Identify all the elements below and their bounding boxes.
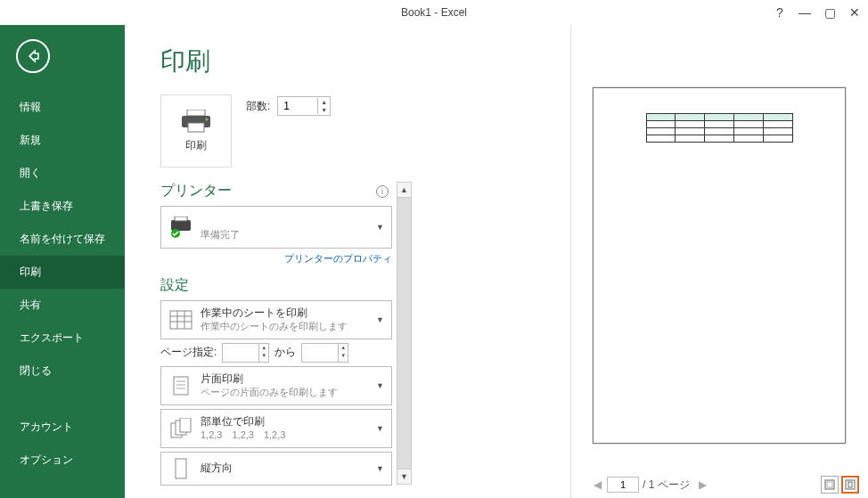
collate-sub: 1,2,3 1,2,3 1,2,3	[201, 429, 369, 441]
one-sided-icon	[168, 375, 193, 396]
window-controls: ? — ▢ ✕	[772, 5, 863, 20]
print-button[interactable]: 印刷	[160, 94, 232, 167]
arrow-left-icon	[25, 48, 41, 64]
preview-footer: ◀ / 1 ページ ▶	[588, 476, 859, 494]
copies-stepper[interactable]: ▲▼	[277, 96, 331, 116]
zoom-icon	[845, 479, 856, 490]
copies-label: 部数:	[246, 99, 270, 114]
sidebar-item-new[interactable]: 新規	[0, 124, 125, 157]
help-icon[interactable]: ?	[772, 5, 788, 20]
chevron-down-icon: ▼	[376, 223, 384, 232]
vertical-divider	[570, 25, 571, 498]
chevron-down-icon: ▼	[376, 315, 384, 324]
scroll-up-icon[interactable]: ▲	[397, 183, 411, 198]
printer-section-title: プリンター	[160, 182, 232, 200]
svg-rect-4	[171, 220, 191, 231]
next-page-button[interactable]: ▶	[693, 478, 712, 491]
sidebar-item-options[interactable]: オプション	[0, 444, 125, 477]
sidebar-item-print[interactable]: 印刷	[0, 256, 125, 289]
page-to-stepper[interactable]: ▲▼	[301, 343, 348, 363]
show-margins-button[interactable]	[821, 476, 839, 494]
svg-point-3	[206, 118, 209, 120]
maximize-button[interactable]: ▢	[822, 5, 838, 20]
back-button[interactable]	[16, 39, 50, 73]
svg-rect-19	[176, 459, 186, 478]
window-title: Book1 - Excel	[401, 6, 467, 19]
sidebar-item-saveas[interactable]: 名前を付けて保存	[0, 223, 125, 256]
preview-table	[646, 113, 793, 143]
svg-rect-7	[170, 311, 192, 329]
sides-title: 片面印刷	[201, 372, 369, 387]
svg-rect-5	[175, 216, 187, 221]
pages-label: ページ指定:	[160, 345, 217, 360]
printer-status-icon	[168, 216, 193, 238]
copies-input[interactable]	[278, 100, 317, 112]
settings-section-title: 設定	[160, 276, 189, 295]
info-icon[interactable]: i	[376, 185, 389, 198]
copies-down-icon[interactable]: ▼	[318, 106, 330, 114]
print-what-sub: 作業中のシートのみを印刷します	[201, 320, 369, 332]
print-what-dropdown[interactable]: 作業中のシートを印刷作業中のシートのみを印刷します ▼	[160, 300, 392, 339]
svg-rect-2	[188, 123, 204, 132]
sidebar-item-info[interactable]: 情報	[0, 91, 125, 124]
svg-rect-12	[174, 377, 188, 395]
chevron-down-icon: ▼	[376, 381, 384, 390]
page-to-input[interactable]	[302, 344, 338, 362]
sidebar-item-share[interactable]: 共有	[0, 289, 125, 322]
collate-title: 部単位で印刷	[201, 415, 369, 429]
printer-icon	[180, 110, 212, 133]
sidebar-item-export[interactable]: エクスポート	[0, 322, 125, 355]
preview-page	[593, 87, 846, 444]
print-button-label: 印刷	[185, 138, 207, 153]
titlebar: Book1 - Excel ? — ▢ ✕	[0, 0, 868, 25]
scroll-thumb[interactable]	[397, 198, 411, 469]
svg-rect-23	[848, 482, 852, 487]
page-from-input[interactable]	[223, 344, 258, 362]
print-preview	[588, 87, 850, 462]
sides-dropdown[interactable]: 片面印刷ページの片面のみを印刷します ▼	[160, 366, 392, 405]
sidebar-item-open[interactable]: 開く	[0, 157, 125, 190]
sides-sub: ページの片面のみを印刷します	[201, 386, 369, 398]
orientation-dropdown[interactable]: 縦方向 ▼	[160, 452, 392, 486]
page-total-label: / 1 ページ	[639, 478, 693, 493]
sidebar-item-save[interactable]: 上書き保存	[0, 190, 125, 223]
printer-status-text: 準備完了	[201, 228, 369, 241]
scroll-down-icon[interactable]: ▼	[397, 469, 411, 484]
current-page-input[interactable]	[607, 477, 639, 493]
minimize-button[interactable]: —	[797, 5, 813, 20]
page-from-stepper[interactable]: ▲▼	[222, 343, 269, 363]
chevron-down-icon: ▼	[376, 424, 384, 433]
sidebar-item-close[interactable]: 閉じる	[0, 355, 125, 388]
margins-icon	[824, 479, 835, 490]
svg-rect-21	[827, 482, 832, 487]
backstage-sidebar: 情報 新規 開く 上書き保存 名前を付けて保存 印刷 共有 エクスポート 閉じる…	[0, 25, 125, 498]
settings-scrollbar[interactable]: ▲ ▼	[397, 182, 412, 485]
svg-rect-0	[187, 110, 205, 116]
copies-up-icon[interactable]: ▲	[318, 98, 330, 106]
close-button[interactable]: ✕	[847, 5, 863, 20]
collate-dropdown[interactable]: 部単位で印刷1,2,3 1,2,3 1,2,3 ▼	[160, 409, 392, 448]
page-title: 印刷	[160, 45, 868, 78]
chevron-down-icon: ▼	[376, 464, 384, 473]
zoom-to-page-button[interactable]	[841, 476, 859, 494]
prev-page-button[interactable]: ◀	[588, 478, 607, 491]
portrait-icon	[168, 458, 193, 479]
sidebar-item-account[interactable]: アカウント	[0, 411, 125, 444]
printer-dropdown[interactable]: 準備完了 ▼	[160, 206, 392, 249]
printer-properties-link[interactable]: プリンターのプロパティ	[160, 252, 392, 265]
svg-rect-18	[180, 418, 191, 432]
collate-icon	[168, 418, 193, 439]
print-what-title: 作業中のシートを印刷	[201, 306, 369, 321]
pages-to-label: から	[274, 345, 296, 360]
orientation-title: 縦方向	[201, 461, 369, 476]
sheets-icon	[168, 309, 193, 331]
